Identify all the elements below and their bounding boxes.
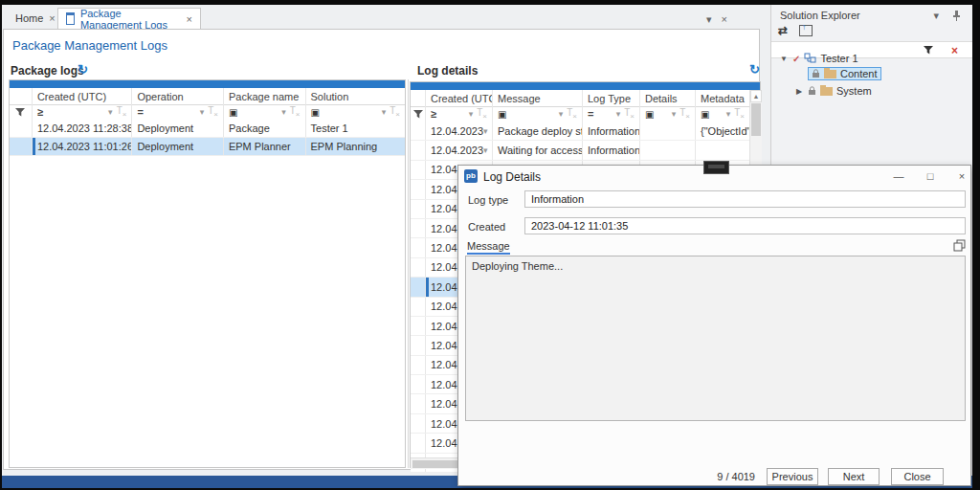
cell-solution: EPM Planning: [306, 138, 405, 155]
copy-icon[interactable]: [953, 239, 966, 252]
package-upload-icon[interactable]: ↑: [799, 25, 813, 36]
row-header-cell: [411, 356, 426, 374]
column-header-created[interactable]: Created (UTC): [426, 90, 493, 106]
grid-splitter[interactable]: [408, 79, 409, 468]
filter-dropdown-icon[interactable]: ▾: [382, 107, 387, 117]
filter-cell-metadata[interactable]: ▣ ▾T×: [696, 106, 749, 122]
close-icon[interactable]: ×: [951, 167, 972, 185]
selected-row-accent: [33, 138, 35, 155]
log-details-refresh-icon[interactable]: ↻: [749, 62, 760, 77]
filter-cell-solution[interactable]: ▣ ▾T×: [306, 104, 405, 120]
filter-cell-message[interactable]: ▣ ▾T×: [493, 106, 583, 122]
filter-dropdown-icon[interactable]: ▾: [672, 109, 677, 119]
log-type-field[interactable]: Information: [524, 190, 966, 208]
document-icon: [66, 12, 75, 25]
log-details-grid-header-strip: [411, 82, 760, 90]
filter-funnel-icon[interactable]: [924, 46, 933, 55]
cell-package-name: Package: [224, 120, 306, 137]
row-header-cell: [411, 317, 426, 335]
column-header-package-name[interactable]: Package name: [224, 88, 306, 104]
app-logo-icon: pb: [464, 169, 478, 183]
cell-dropdown-icon[interactable]: ▾: [483, 126, 488, 136]
column-header-log-type[interactable]: Log Type: [583, 90, 640, 106]
filter-cell-created[interactable]: ≥ ▾T×: [426, 106, 493, 122]
tab-home-close-icon[interactable]: ×: [49, 12, 55, 24]
document-close-icon[interactable]: ×: [722, 13, 727, 26]
column-header-operation[interactable]: Operation: [132, 88, 224, 104]
filter-dropdown-icon[interactable]: ▾: [726, 109, 731, 119]
next-button[interactable]: Next: [828, 468, 880, 485]
tab-package-management-logs-close-icon[interactable]: ×: [187, 13, 192, 25]
cell-log-type: Information: [583, 122, 640, 140]
package-logs-section-title: Package logs: [11, 64, 84, 78]
tree-item-label: Content: [840, 68, 878, 79]
sync-icon[interactable]: ⇄: [778, 24, 788, 37]
cell-details: [640, 122, 696, 140]
created-field[interactable]: 2023-04-12 11:01:35: [524, 217, 966, 234]
filter-dropdown-icon[interactable]: ▾: [281, 107, 286, 117]
filter-dropdown-icon[interactable]: ▾: [200, 107, 205, 117]
row-header-cell: [10, 138, 33, 155]
clear-filter-icon[interactable]: T×: [734, 107, 745, 121]
tab-package-management-logs[interactable]: Package Management Logs ×: [57, 8, 201, 29]
table-row[interactable]: 12.04.2023 11:01:26▾ Deployment EPM Plan…: [10, 138, 405, 156]
table-row[interactable]: 12.04.2023 11:28:38▾ Deployment Package …: [10, 120, 405, 138]
filter-row-header-cell: [411, 106, 426, 122]
tree-item-label: Tester 1: [820, 53, 858, 64]
clear-filter-icon[interactable]: T×: [390, 105, 400, 119]
clear-filter-icon[interactable]: T×: [567, 107, 577, 121]
filter-dropdown-icon[interactable]: ▾: [616, 109, 621, 119]
message-label: Message: [467, 240, 510, 255]
tree-item-tester1[interactable]: ▼ ✓ Tester 1: [779, 51, 858, 66]
filter-cell-log-type[interactable]: = ▾T×: [583, 106, 640, 122]
maximize-icon[interactable]: □: [920, 167, 941, 185]
pin-icon[interactable]: [952, 10, 961, 21]
clear-filter-icon[interactable]: T×: [477, 107, 487, 121]
filter-cell-package-name[interactable]: ▣ ▾T×: [224, 104, 306, 120]
document-dropdown-icon[interactable]: ▾: [706, 13, 712, 26]
filter-dropdown-icon[interactable]: ▾: [108, 107, 113, 117]
app-window: Home × Package Management Logs × ▾ × Pac…: [2, 5, 972, 488]
cell-details: [640, 141, 696, 159]
clear-filter-icon[interactable]: T×: [290, 105, 301, 119]
cell-dropdown-icon[interactable]: ▾: [483, 145, 488, 155]
document-well-controls: ▾ ×: [706, 13, 727, 26]
selected-tree-item[interactable]: Content: [808, 67, 881, 80]
column-header-metadata[interactable]: Metadata: [696, 90, 749, 106]
filter-cell-details[interactable]: ▣ ▾T×: [640, 106, 696, 122]
solution-explorer-title: Solution Explorer: [780, 10, 860, 21]
close-button[interactable]: Close: [891, 468, 944, 485]
filter-dropdown-icon[interactable]: ▾: [559, 109, 564, 119]
clear-filter-icon[interactable]: T×: [208, 105, 218, 119]
package-logs-refresh-icon[interactable]: ↻: [78, 62, 88, 77]
cell-metadata: {"ObjectId":": [696, 122, 749, 140]
filter-cell-operation[interactable]: = ▾T×: [132, 104, 224, 120]
column-header-details[interactable]: Details: [640, 90, 696, 106]
panel-dropdown-icon[interactable]: ▾: [933, 10, 939, 22]
filter-dropdown-icon[interactable]: ▾: [469, 109, 474, 119]
clear-filter-icon[interactable]: T×: [679, 107, 690, 121]
table-row[interactable]: 12.04.2023▾ Waiting for access to sy Inf…: [411, 141, 749, 160]
row-header-cell: [411, 141, 426, 159]
message-textarea[interactable]: Deploying Theme...: [465, 256, 966, 421]
minimize-icon[interactable]: —: [888, 167, 909, 185]
tab-home[interactable]: Home ×: [8, 8, 57, 29]
column-header-message[interactable]: Message: [493, 90, 583, 106]
package-logs-grid: Created (UTC) Operation Package name Sol…: [9, 79, 406, 468]
tree-item-content[interactable]: Content: [808, 66, 881, 81]
tree-item-system[interactable]: ▶ System: [794, 83, 872, 99]
chevron-down-icon[interactable]: ▼: [779, 55, 789, 63]
scroll-up-icon[interactable]: ▲: [750, 90, 762, 102]
previous-button[interactable]: Previous: [767, 468, 818, 485]
column-header-created[interactable]: Created (UTC): [33, 88, 132, 104]
table-row[interactable]: 12.04.2023▾ Package deploy started Infor…: [411, 122, 749, 141]
filter-cell-created[interactable]: ≥ ▾T×: [33, 104, 132, 120]
clear-filter-icon[interactable]: T×: [624, 107, 635, 121]
chevron-right-icon[interactable]: ▶: [794, 87, 804, 96]
clear-filter-icon[interactable]: T×: [117, 105, 127, 119]
column-header-solution[interactable]: Solution: [306, 88, 405, 104]
tab-package-management-logs-label: Package Management Logs: [80, 8, 181, 31]
scrollbar-thumb[interactable]: [751, 103, 761, 136]
clear-search-icon[interactable]: ×: [951, 44, 958, 57]
checkbox-operator-icon: ▣: [229, 107, 237, 118]
